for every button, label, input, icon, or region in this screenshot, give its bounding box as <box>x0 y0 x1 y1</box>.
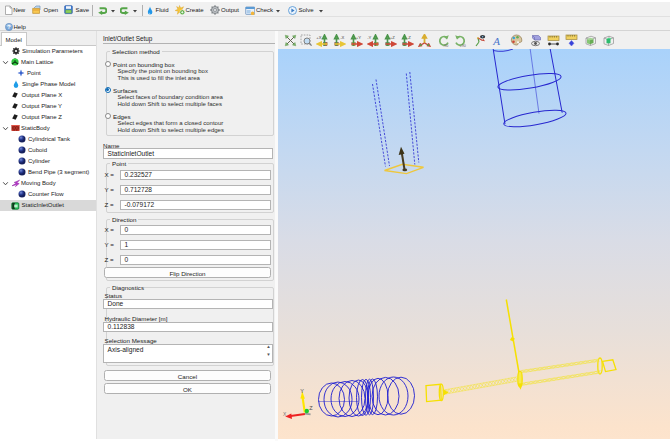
svg-text:Z: Z <box>309 405 313 411</box>
svg-text:Y: Y <box>300 388 304 394</box>
svg-text:?: ? <box>7 24 10 30</box>
